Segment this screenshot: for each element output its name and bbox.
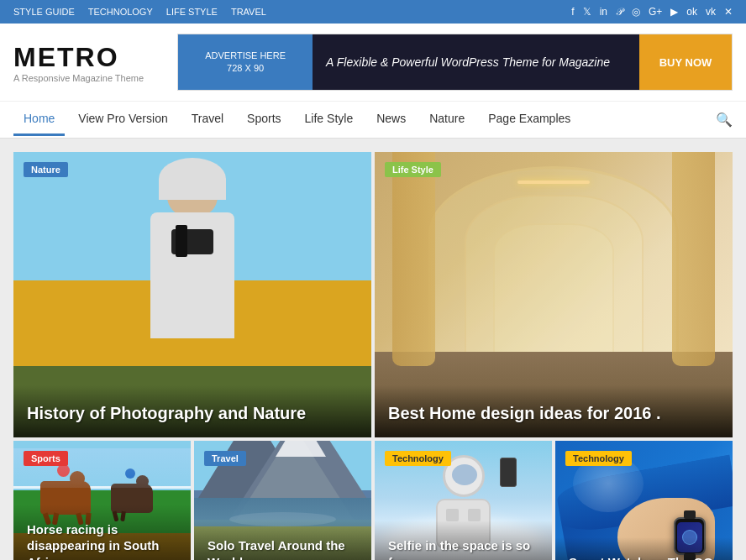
facebook-icon[interactable]: f <box>571 6 574 18</box>
site-header: METRO A Responsive Magazine Theme ADVERT… <box>0 24 746 102</box>
card-astro-badge: Technology <box>385 451 451 466</box>
nav-item-travel[interactable]: Travel <box>181 103 234 136</box>
nav-link-travel[interactable]: Travel <box>181 103 234 133</box>
top-nav: Style Guide Technology Life Style Travel <box>13 7 266 17</box>
card-main-overlay: History of Photography and Nature <box>13 385 371 437</box>
nav-item-news[interactable]: News <box>366 103 416 136</box>
linkedin-icon[interactable]: in <box>600 6 607 18</box>
vk-icon[interactable]: vk <box>706 6 716 18</box>
card-travel-overlay: Solo Travel Around the World <box>194 521 371 560</box>
card-lifestyle-badge: Life Style <box>385 162 441 177</box>
ad-left: ADVERTISE HERE 728 X 90 <box>178 34 313 90</box>
main-nav: Home View Pro Version Travel Sports Life… <box>0 102 746 139</box>
card-sports-title: Horse racing is disappearing in South Af… <box>27 521 177 561</box>
ad-banner: ADVERTISE HERE 728 X 90 A Flexible & Pow… <box>177 34 733 91</box>
ad-cta-button[interactable]: BUY NOW <box>639 34 732 90</box>
instagram-icon[interactable]: ◎ <box>632 6 640 18</box>
card-astro[interactable]: Technology Selfie in the space is so fun <box>375 441 552 560</box>
nav-item-sports[interactable]: Sports <box>237 103 291 136</box>
nav-item-page-examples[interactable]: Page Examples <box>478 103 581 136</box>
card-sports[interactable]: Sports Horse racing is disappearing in S… <box>13 441 191 560</box>
ok-icon[interactable]: ok <box>686 6 697 18</box>
nav-link-nature[interactable]: Nature <box>419 103 475 133</box>
logo-area: METRO A Responsive Magazine Theme <box>13 42 144 83</box>
card-watch-overlay: Smart Watch on The GO <box>555 537 733 561</box>
site-logo[interactable]: METRO <box>13 42 144 73</box>
nav-style-guide[interactable]: Style Guide <box>13 7 75 17</box>
card-sports-badge: Sports <box>24 451 68 466</box>
nav-item-lifestyle[interactable]: Life Style <box>295 103 364 136</box>
featured-grid: Nature History of Photography and Nature <box>13 152 733 437</box>
top-bar: Style Guide Technology Life Style Travel… <box>0 0 746 24</box>
card-watch-title: Smart Watch on The GO <box>569 554 719 561</box>
pinterest-icon[interactable]: 𝒫 <box>616 6 623 18</box>
search-icon[interactable]: 🔍 <box>716 112 733 128</box>
nav-item-pro[interactable]: View Pro Version <box>68 103 177 136</box>
nav-link-sports[interactable]: Sports <box>237 103 291 133</box>
nav-link-page-examples[interactable]: Page Examples <box>478 103 581 133</box>
ad-middle-text: A Flexible & Powerful WordPress Theme fo… <box>326 55 610 69</box>
youtube-icon[interactable]: ▶ <box>670 6 678 18</box>
nav-item-home[interactable]: Home <box>13 103 65 136</box>
nav-link-home[interactable]: Home <box>13 103 65 136</box>
nav-item-nature[interactable]: Nature <box>419 103 475 136</box>
site-tagline: A Responsive Magazine Theme <box>13 73 144 83</box>
card-lifestyle[interactable]: Life Style Best Home design ideas for 20… <box>375 152 733 437</box>
card-watch[interactable]: Technology Smart Watch on The GO <box>555 441 733 560</box>
card-astro-overlay: Selfie in the space is so fun <box>375 521 552 560</box>
googleplus-icon[interactable]: G+ <box>649 6 662 18</box>
card-main-title: History of Photography and Nature <box>27 402 358 424</box>
ad-left-line2: 728 X 90 <box>227 62 264 75</box>
content-area: Nature History of Photography and Nature <box>0 139 746 560</box>
small-cards-grid: Sports Horse racing is disappearing in S… <box>13 441 733 560</box>
card-travel[interactable]: Travel Solo Travel Around the World <box>194 441 371 560</box>
ad-left-line1: ADVERTISE HERE <box>205 50 286 62</box>
nav-list: Home View Pro Version Travel Sports Life… <box>13 103 716 136</box>
nav-link-lifestyle[interactable]: Life Style <box>295 103 364 133</box>
nav-technology[interactable]: Technology <box>88 7 153 17</box>
card-main-badge: Nature <box>24 162 68 177</box>
card-travel-badge: Travel <box>204 451 246 466</box>
nav-travel[interactable]: Travel <box>231 7 266 17</box>
card-lifestyle-title: Best Home design ideas for 2016 . <box>388 402 719 424</box>
card-main[interactable]: Nature History of Photography and Nature <box>13 152 371 437</box>
twitter-icon[interactable]: 𝕏 <box>583 6 591 18</box>
card-lifestyle-overlay: Best Home design ideas for 2016 . <box>375 385 733 437</box>
ad-middle: A Flexible & Powerful WordPress Theme fo… <box>313 34 639 90</box>
x-icon[interactable]: ✕ <box>724 6 733 18</box>
nav-link-news[interactable]: News <box>366 103 416 133</box>
card-sports-overlay: Horse racing is disappearing in South Af… <box>13 505 191 561</box>
social-icons: f 𝕏 in 𝒫 ◎ G+ ▶ ok vk ✕ <box>571 6 733 18</box>
card-travel-title: Solo Travel Around the World <box>208 537 358 560</box>
card-astro-title: Selfie in the space is so fun <box>388 537 538 560</box>
card-watch-badge: Technology <box>565 451 632 466</box>
nav-lifestyle[interactable]: Life Style <box>166 7 218 17</box>
nav-link-pro[interactable]: View Pro Version <box>68 103 177 133</box>
